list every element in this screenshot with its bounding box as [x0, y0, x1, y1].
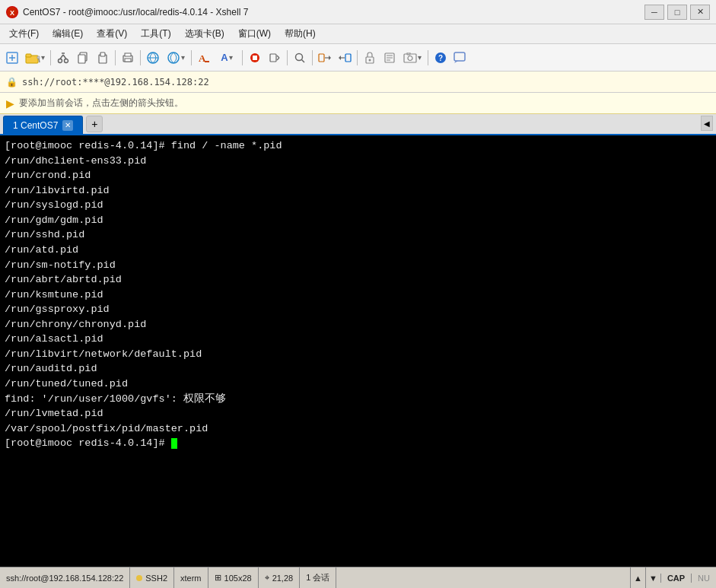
lock-button[interactable]: [361, 49, 379, 67]
svg-line-30: [277, 58, 279, 60]
menu-tools[interactable]: 工具(T): [135, 26, 177, 42]
ssh-indicator: SSH2: [136, 574, 167, 583]
toolbar-sep-1: [50, 50, 51, 65]
svg-rect-19: [125, 59, 131, 62]
ssh-dot: [136, 575, 142, 581]
status-position: ⌖ 21,28: [259, 567, 301, 588]
terminal-line: /run/auditd.pid: [5, 361, 711, 377]
svg-rect-15: [78, 55, 85, 63]
address-bar: 🔒 ssh://root:****@192.168.154.128:22: [0, 72, 716, 93]
tab-label: 1 CentOS7: [13, 120, 58, 131]
svg-point-46: [408, 56, 412, 60]
nav-up-button[interactable]: ▲: [630, 567, 645, 589]
nav-down-button[interactable]: ▼: [645, 567, 660, 589]
terminal-line: /run/crond.pid: [5, 168, 711, 183]
toolbar-sep-3: [140, 50, 141, 65]
terminal-line: /run/syslogd.pid: [5, 198, 711, 213]
terminal-line: /run/atd.pid: [5, 243, 711, 258]
position-text: 21,28: [272, 574, 294, 583]
svg-point-9: [59, 59, 62, 62]
script-button[interactable]: [380, 49, 399, 67]
new-session-button[interactable]: [3, 49, 21, 67]
close-button[interactable]: ✕: [690, 5, 710, 20]
tab-scroll-button[interactable]: ◀: [701, 116, 713, 131]
chat-button[interactable]: [451, 49, 469, 67]
svg-line-32: [302, 59, 305, 62]
menu-bar: 文件(F) 编辑(E) 查看(V) 工具(T) 选项卡(B) 窗口(W) 帮助(…: [0, 24, 716, 44]
status-sessions: 1 会话: [300, 567, 336, 588]
terminal-line: /run/libvirtd.pid: [5, 183, 711, 199]
status-dimensions: ⊞ 105x28: [208, 567, 259, 588]
svg-line-11: [60, 55, 63, 59]
record-button[interactable]: [266, 49, 284, 67]
terminal-line: /run/gssproxy.pid: [5, 302, 711, 317]
terminal-line: /run/gdm/gdm.pid: [5, 213, 711, 228]
menu-file[interactable]: 文件(F): [3, 26, 45, 42]
help-button[interactable]: ?: [431, 49, 450, 67]
font-button[interactable]: A: [195, 49, 213, 67]
menu-tabs[interactable]: 选项卡(B): [179, 26, 231, 42]
screenshot-button[interactable]: ▾: [400, 49, 425, 67]
terminal-line: /run/chrony/chronyd.pid: [5, 317, 711, 332]
tab-bar: 1 CentOS7 ✕ + ◀: [0, 114, 716, 135]
svg-rect-45: [404, 54, 416, 62]
terminal-line: /run/dhclient-ens33.pid: [5, 154, 711, 169]
terminal-line: [root@imooc redis-4.0.14]# find / -name …: [5, 138, 711, 154]
search-button[interactable]: [291, 49, 309, 67]
app-icon: X: [6, 6, 18, 18]
stop-button[interactable]: [246, 49, 264, 67]
svg-line-7: [39, 59, 40, 62]
terminal-area[interactable]: [root@imooc redis-4.0.14]# find / -name …: [0, 135, 716, 567]
svg-rect-17: [100, 52, 105, 56]
toolbar: ▾: [0, 44, 716, 72]
connect-arrow-button[interactable]: ▾: [164, 49, 188, 67]
tab-centos7[interactable]: 1 CentOS7 ✕: [3, 116, 83, 134]
cap-indicator: CAP: [660, 574, 691, 583]
connect-button[interactable]: [144, 49, 162, 67]
menu-edit[interactable]: 编辑(E): [46, 26, 89, 42]
menu-window[interactable]: 窗口(W): [232, 26, 277, 42]
status-bar: ssh://root@192.168.154.128:22 SSH2 xterm…: [0, 567, 716, 588]
svg-rect-50: [454, 52, 465, 61]
svg-rect-36: [345, 54, 351, 62]
print-button[interactable]: [119, 49, 137, 67]
position-icon: ⌖: [265, 573, 269, 583]
dimensions-icon: ⊞: [215, 573, 221, 583]
terminal-line: /run/abrt/abrtd.pid: [5, 272, 711, 288]
svg-rect-28: [270, 54, 276, 62]
svg-rect-27: [253, 56, 257, 60]
menu-view[interactable]: 查看(V): [91, 26, 133, 42]
svg-text:X: X: [10, 9, 14, 17]
menu-help[interactable]: 帮助(H): [278, 26, 322, 42]
transfer2-button[interactable]: [336, 49, 354, 67]
terminal-line: /run/ksmtune.pid: [5, 288, 711, 303]
maximize-button[interactable]: □: [667, 5, 687, 20]
tab-close-button[interactable]: ✕: [62, 120, 73, 131]
nu-indicator: NU: [691, 574, 716, 583]
toolbar-sep-7: [312, 50, 313, 65]
protocol-text: SSH2: [145, 574, 167, 583]
lock-icon: 🔒: [6, 77, 18, 87]
toolbar-sep-6: [287, 50, 288, 65]
copy-button[interactable]: [74, 49, 92, 67]
svg-line-12: [63, 55, 66, 59]
info-icon: ▶: [6, 97, 14, 110]
status-right-area: ▲ ▼ CAP NU: [630, 567, 716, 589]
svg-point-10: [65, 59, 68, 62]
toolbar-sep-8: [357, 50, 358, 65]
address-text: ssh://root:****@192.168.154.128:22: [22, 77, 209, 87]
minimize-button[interactable]: ─: [644, 5, 664, 20]
terminal-line: /run/lvmetad.pid: [5, 406, 711, 421]
cut-button[interactable]: [54, 49, 72, 67]
svg-text:?: ?: [438, 54, 443, 62]
terminal-line: /run/alsactl.pid: [5, 332, 711, 347]
tab-add-button[interactable]: +: [86, 116, 103, 132]
window-controls: ─ □ ✕: [644, 5, 710, 20]
toolbar-sep-4: [191, 50, 192, 65]
open-button[interactable]: ▾: [23, 49, 47, 67]
transfer-button[interactable]: [316, 49, 334, 67]
paste-button[interactable]: [94, 49, 112, 67]
info-text: 要添加当前会话，点击左侧的箭头按钮。: [19, 97, 183, 110]
font-arrow-button[interactable]: A ▾: [215, 49, 239, 67]
info-bar: ▶ 要添加当前会话，点击左侧的箭头按钮。: [0, 93, 716, 114]
